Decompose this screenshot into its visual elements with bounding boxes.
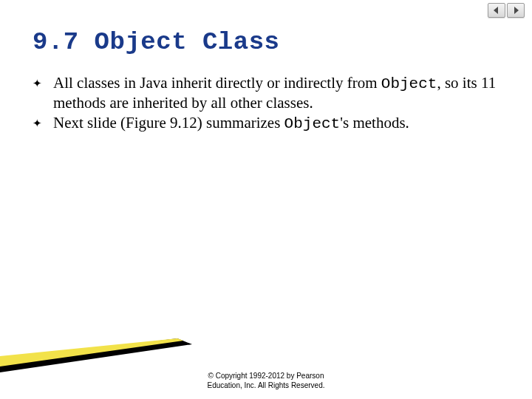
nav-buttons (488, 3, 525, 18)
text-run: Next slide (Figure 9.12) summarizes (53, 114, 284, 132)
code-run: Object (381, 75, 437, 92)
arrow-left-icon (492, 6, 501, 15)
bullet-item: ✦ All classes in Java inherit directly o… (33, 74, 502, 112)
arrow-right-icon (511, 6, 520, 15)
slide: 9.7 Object Class ✦ All classes in Java i… (0, 0, 532, 399)
svg-marker-3 (0, 338, 183, 366)
bullet-item: ✦ Next slide (Figure 9.12) summarizes Ob… (33, 114, 502, 134)
bullet-text: Next slide (Figure 9.12) summarizes Obje… (53, 114, 502, 134)
code-run: Object (284, 115, 341, 132)
copyright-text: © Copyright 1992-2012 by Pearson Educati… (0, 372, 532, 390)
text-run: All classes in Java inherit directly or … (53, 74, 381, 92)
bullet-text: All classes in Java inherit directly or … (53, 74, 502, 112)
bullet-marker: ✦ (33, 114, 53, 130)
svg-marker-0 (494, 7, 498, 14)
slide-body: ✦ All classes in Java inherit directly o… (33, 74, 502, 135)
next-slide-button[interactable] (507, 3, 525, 18)
bullet-marker: ✦ (33, 74, 53, 90)
prev-slide-button[interactable] (488, 3, 505, 18)
corner-decoration (0, 338, 192, 372)
text-run: 's methods. (340, 114, 409, 132)
svg-marker-1 (514, 7, 519, 14)
slide-title: 9.7 Object Class (33, 28, 279, 56)
